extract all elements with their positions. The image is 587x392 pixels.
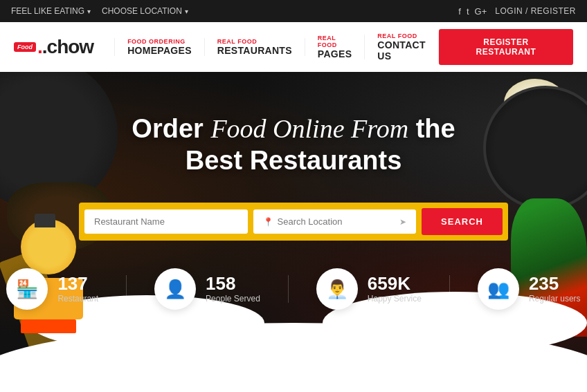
logo[interactable]: Food ..chow xyxy=(14,36,93,58)
stat-divider xyxy=(126,275,127,303)
nav-small-label: REAL FOOD xyxy=(217,38,292,45)
top-bar-left: FEEL LIKE EATING ▾ CHOOSE LOCATION ▾ xyxy=(11,6,188,16)
nav-item-homepages[interactable]: FOOD ORDERING HOMEPAGES xyxy=(114,38,205,56)
stat-people: 👤 158 People Served xyxy=(154,268,260,310)
location-input[interactable] xyxy=(278,216,396,227)
stats-bar: 🏪 137 Restaurant 👤 158 People Served 👨‍💼… xyxy=(0,268,587,310)
location-input-wrapper: 📍 ➤ xyxy=(253,209,417,234)
nav-main-label: RESTAURANTS xyxy=(217,45,292,56)
nav-small-label: REAL FOOD xyxy=(377,32,426,39)
logo-text: ..chow xyxy=(37,36,93,58)
stat-restaurant-text: 137 Restaurant xyxy=(57,274,98,304)
nav-links: FOOD ORDERING HOMEPAGES REAL FOOD RESTAU… xyxy=(114,32,439,62)
hero-section: Order Food Online From the Best Restaura… xyxy=(0,72,587,392)
stat-users-text: 235 Regular users xyxy=(529,274,581,304)
facebook-icon[interactable]: f xyxy=(458,6,461,17)
stat-service-text: 659K Happy Service xyxy=(368,274,422,304)
twitter-icon[interactable]: t xyxy=(467,6,469,17)
search-bar: 📍 ➤ SEARCH xyxy=(79,203,508,241)
stat-users: 👥 235 Regular users xyxy=(478,268,581,310)
stat-restaurant-label: Restaurant xyxy=(57,294,98,304)
stat-people-text: 158 People Served xyxy=(206,274,260,304)
feel-like-eating-label: FEEL LIKE EATING xyxy=(11,6,84,16)
register-restaurant-button[interactable]: REGISTER RESTAURANT xyxy=(439,29,573,65)
stat-service-label: Happy Service xyxy=(368,294,422,304)
nav-item-pages[interactable]: REAL FOOD PAGES xyxy=(305,35,365,59)
stat-people-number: 158 xyxy=(206,274,260,292)
stat-service: 👨‍💼 659K Happy Service xyxy=(316,268,422,310)
search-button[interactable]: SEARCH xyxy=(422,208,503,235)
main-nav: Food ..chow FOOD ORDERING HOMEPAGES REAL… xyxy=(0,22,587,72)
stat-users-number: 235 xyxy=(529,274,581,292)
happy-service-icon: 👨‍💼 xyxy=(316,268,358,310)
chevron-down-icon: ▾ xyxy=(185,8,188,15)
logo-badge: Food xyxy=(14,42,36,52)
nav-main-label: HOMEPAGES xyxy=(127,45,192,56)
restaurant-name-input[interactable] xyxy=(84,209,248,234)
hero-script-food: Food Online From xyxy=(210,114,408,143)
location-pin-icon: 📍 xyxy=(263,217,273,227)
googleplus-icon[interactable]: G+ xyxy=(475,6,487,17)
nav-small-label: REAL FOOD xyxy=(318,35,352,48)
feel-like-eating-dropdown[interactable]: FEEL LIKE EATING ▾ xyxy=(11,6,91,16)
chevron-down-icon: ▾ xyxy=(87,8,91,15)
stat-users-label: Regular users xyxy=(529,294,581,304)
stat-people-label: People Served xyxy=(206,294,260,304)
login-register-link[interactable]: LOGIN / REGISTER xyxy=(495,6,576,16)
stat-service-number: 659K xyxy=(368,274,422,292)
nav-small-label: FOOD ORDERING xyxy=(127,38,192,45)
hero-title: Order Food Online From the Best Restaura… xyxy=(0,113,587,176)
choose-location-label: CHOOSE LOCATION xyxy=(102,6,182,16)
hero-content: Order Food Online From the Best Restaura… xyxy=(0,113,587,182)
logo-dot: . xyxy=(37,36,42,57)
stat-restaurant: 🏪 137 Restaurant xyxy=(6,268,98,310)
gps-icon: ➤ xyxy=(399,217,406,227)
regular-users-icon: 👥 xyxy=(478,268,519,310)
restaurant-icon: 🏪 xyxy=(6,268,48,310)
top-bar-right: f t G+ LOGIN / REGISTER xyxy=(458,6,576,17)
stat-divider-3 xyxy=(449,275,450,303)
social-icons: f t G+ xyxy=(458,6,487,17)
choose-location-dropdown[interactable]: CHOOSE LOCATION ▾ xyxy=(102,6,188,16)
nav-main-label: PAGES xyxy=(318,48,352,59)
hero-title-line2: Best Restaurants xyxy=(186,146,402,175)
people-served-icon: 👤 xyxy=(154,268,196,310)
nav-main-label: CONTACT US xyxy=(377,39,426,62)
stat-restaurant-number: 137 xyxy=(57,274,98,292)
stat-divider-2 xyxy=(288,275,289,303)
nav-item-contact[interactable]: REAL FOOD CONTACT US xyxy=(365,32,439,62)
nav-item-restaurants[interactable]: REAL FOOD RESTAURANTS xyxy=(205,38,305,56)
hero-title-line1: Order Food Online From the xyxy=(132,114,455,143)
top-bar: FEEL LIKE EATING ▾ CHOOSE LOCATION ▾ f t… xyxy=(0,0,587,22)
